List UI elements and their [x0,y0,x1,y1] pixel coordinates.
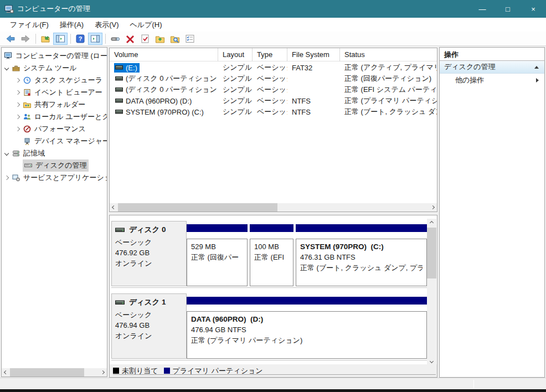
window-bottom-edge [0,389,546,392]
column-header-layout[interactable]: Layout [218,48,253,61]
menu-view[interactable]: 表示(V) [89,18,124,32]
disk0-partitions: 529 MB 正常 (回復パー 100 MB 正常 (EFI [187,220,427,287]
tree-item-services-applications[interactable]: サービスとアプリケーション [2,172,107,184]
forward-icon [20,33,31,44]
chevron-right-icon[interactable] [16,127,20,131]
partition-size: 529 MB [191,241,243,252]
back-button[interactable] [3,33,18,45]
chevron-right-icon[interactable] [16,78,20,82]
partition-label: SYSTEM (970PRO) (C:) [300,241,423,252]
volume-list-horizontal-scrollbar[interactable] [110,203,437,212]
folder-search-button[interactable] [168,33,182,45]
tree-item-label: ディスクの管理 [35,161,87,171]
column-header-file-system[interactable]: File System [287,48,340,61]
partition-size: 100 MB [254,241,289,252]
console-tree-toggle-button[interactable] [53,33,68,45]
action-pane-toggle-button[interactable] [88,33,102,45]
chevron-right-icon[interactable] [16,90,20,95]
main-area: コンピューターの管理 (ローカル システム ツール タスク スケジューラ イベン… [0,46,546,378]
up-level-folder-icon [40,33,51,44]
tree-item-computer-management-root[interactable]: コンピューターの管理 (ローカル [2,50,107,62]
device-view-icon [110,33,121,44]
disk-view-vertical-scrollbar[interactable] [427,219,436,365]
tree-item-label: コンピューターの管理 (ローカル [16,51,107,61]
volume-row[interactable]: SYSTEM (970PRO) (C:) シンプル ベーシック NTFS 正常 … [110,106,437,117]
volume-layout: シンプル [218,63,253,73]
folder-up-button[interactable] [153,33,167,45]
forward-button[interactable] [18,33,33,45]
menu-action[interactable]: 操作(A) [54,18,89,32]
partition-label: DATA (960PRO) (D:) [191,314,423,324]
chevron-up-icon [430,221,434,225]
scrollbar-thumb[interactable] [118,203,277,212]
chevron-down-icon[interactable] [4,66,9,70]
partition-data-d[interactable]: DATA (960PRO) (D:) 476.94 GB NTFS 正常 (プラ… [187,297,427,357]
tree-item-system-tools[interactable]: システム ツール [2,62,107,74]
volume-row[interactable]: (E:) シンプル ベーシック FAT32 正常 (アクティブ, プライマリ パ [110,62,437,73]
tree-item-task-scheduler[interactable]: タスク スケジューラ [2,74,107,86]
scrollbar-thumb[interactable] [427,228,436,278]
partition-system-c[interactable]: SYSTEM (970PRO) (C:) 476.31 GB NTFS 正常 (… [296,224,427,284]
storage-disks-icon [12,149,20,158]
column-header-volume[interactable]: Volume [110,48,218,61]
chevron-right-icon[interactable] [4,176,9,180]
menu-file[interactable]: ファイル(F) [4,18,54,32]
action-pane-toggle-icon [90,33,101,44]
legend-item-primary-partition: プライマリ パーティション [164,366,263,376]
volume-row[interactable]: DATA (960PRO) (D:) シンプル ベーシック NTFS 正常 (プ… [110,95,437,106]
menu-help[interactable]: ヘルプ(H) [125,18,168,32]
actions-more-actions[interactable]: 他の操作 [440,74,544,86]
check-document-button[interactable] [138,33,152,45]
chevron-right-icon [101,370,105,374]
tree-item-storage[interactable]: 記憶域 [2,147,107,159]
delete-button[interactable] [123,33,137,45]
volume-list-header: Volume Layout Type File System Status [110,48,437,61]
tree-item-device-manager[interactable]: デバイス マネージャー [2,135,107,147]
chevron-right-icon[interactable] [16,115,20,119]
scrollbar-thumb[interactable] [10,368,84,376]
volume-disk-icon [115,76,123,81]
partition-status: 正常 (EFI [254,252,289,262]
disk0-label-box[interactable]: ディスク 0 ベーシック 476.92 GB オンライン [111,221,187,286]
tree-horizontal-scrollbar[interactable] [2,368,107,376]
volume-row[interactable]: (ディスク 0 パーティション 1) シンプル ベーシック 正常 (回復パーティ… [110,73,437,84]
volume-row[interactable]: (ディスク 0 パーティション 2) シンプル ベーシック 正常 (EFI シス… [110,84,437,95]
volume-layout: シンプル [218,85,253,95]
column-header-status[interactable]: Status [340,48,437,61]
scroll-up-arrow[interactable] [427,219,436,227]
up-level-button[interactable] [38,33,53,45]
tree-item-local-users-groups[interactable]: ローカル ユーザーとグル [2,111,107,123]
scroll-right-arrow[interactable] [99,368,107,376]
disk1-label-box[interactable]: ディスク 1 ベーシック 476.94 GB オンライン [111,293,187,359]
scroll-right-arrow[interactable] [429,203,437,212]
scroll-left-arrow[interactable] [110,203,118,212]
tree-item-label: ローカル ユーザーとグル [34,112,107,122]
partition-recovery[interactable]: 529 MB 正常 (回復パー [187,224,248,284]
tree-item-event-viewer[interactable]: イベント ビューアー [2,86,107,99]
partition-efi[interactable]: 100 MB 正常 (EFI [250,224,293,284]
volume-name-label: (ディスク 0 パーティション 2) [126,85,218,95]
task-list-button[interactable] [183,33,197,45]
volume-disk-icon [115,109,123,115]
partition-color-band [187,224,248,232]
tree-item-performance[interactable]: パフォーマンス [2,123,107,135]
chevron-right-icon[interactable] [16,102,20,107]
tree-item-shared-folders[interactable]: 共有フォルダー [2,99,107,111]
actions-group-disk-management[interactable]: ディスクの管理 [440,61,544,74]
device-view-button[interactable] [108,33,122,45]
chevron-down-icon[interactable] [4,151,9,156]
tree-item-disk-management[interactable]: ディスクの管理 [2,159,107,172]
close-button[interactable]: × [521,0,546,18]
help-button[interactable]: ? [73,33,87,45]
maximize-button[interactable]: □ [495,0,521,18]
disk-state: オンライン [115,258,183,269]
scroll-left-arrow[interactable] [2,368,10,376]
collapse-icon[interactable] [534,66,539,69]
console-tree-panel: コンピューターの管理 (ローカル システム ツール タスク スケジューラ イベン… [1,47,107,377]
column-header-type[interactable]: Type [253,48,287,61]
volume-fs: FAT32 [287,64,340,72]
volume-name-label: SYSTEM (970PRO) (C:) [126,108,204,116]
minimize-button[interactable]: — [470,0,495,18]
volume-fs: NTFS [287,108,340,116]
volume-disk-icon [115,98,123,104]
